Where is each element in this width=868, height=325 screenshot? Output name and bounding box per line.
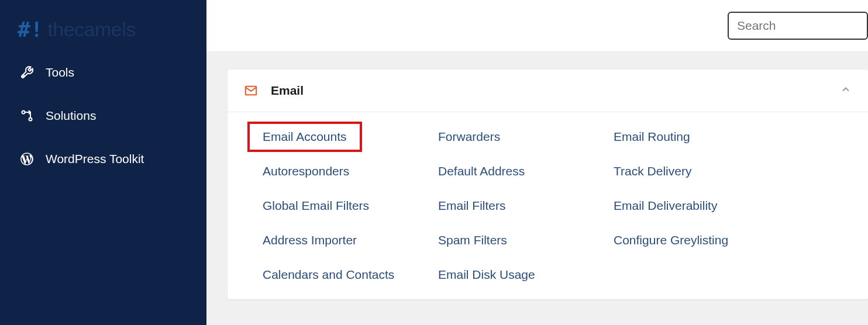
sidebar: #! thecamels Tools Solutions [0,0,206,325]
solutions-icon [19,108,35,124]
sidebar-item-solutions[interactable]: Solutions [0,99,206,132]
top-bar [206,0,868,52]
email-icon [244,84,258,98]
link-email-deliverability[interactable]: Email Deliverability [614,199,717,213]
sidebar-item-label: Tools [46,65,74,79]
wordpress-icon [19,151,35,167]
link-configure-greylisting[interactable]: Configure Greylisting [614,233,728,247]
tools-icon [19,64,35,81]
link-autoresponders[interactable]: Autoresponders [263,164,349,178]
link-email-accounts-highlight: Email Accounts [247,122,362,152]
link-default-address[interactable]: Default Address [438,164,525,178]
link-email-accounts[interactable]: Email Accounts [263,130,347,144]
link-email-routing[interactable]: Email Routing [614,130,690,144]
link-forwarders[interactable]: Forwarders [438,130,500,144]
panel-header[interactable]: Email [228,70,868,112]
link-track-delivery[interactable]: Track Delivery [614,164,691,178]
search-input[interactable] [728,12,868,40]
email-panel: Email Email Accounts Forwarders Email Ro… [228,70,868,299]
link-address-importer[interactable]: Address Importer [263,233,357,247]
sidebar-item-label: Solutions [46,109,96,123]
panel-title: Email [271,84,840,98]
main-area: Email Email Accounts Forwarders Email Ro… [206,0,868,325]
link-calendars-contacts[interactable]: Calendars and Contacts [263,268,394,282]
sidebar-item-label: WordPress Toolkit [46,152,144,166]
link-email-disk-usage[interactable]: Email Disk Usage [438,268,535,282]
content: Email Email Accounts Forwarders Email Ro… [206,52,868,299]
svg-point-2 [22,111,25,114]
svg-line-1 [29,68,32,70]
link-spam-filters[interactable]: Spam Filters [438,233,507,247]
sidebar-item-wordpress-toolkit[interactable]: WordPress Toolkit [0,143,206,175]
svg-point-3 [29,118,32,121]
logo-text: thecamels [47,18,135,41]
logo-mark-icon: #! [18,18,43,42]
link-email-filters[interactable]: Email Filters [438,199,506,213]
sidebar-item-tools[interactable]: Tools [0,56,206,89]
link-global-email-filters[interactable]: Global Email Filters [263,199,369,213]
chevron-up-icon[interactable] [840,84,852,98]
logo[interactable]: #! thecamels [0,11,206,56]
panel-body: Email Accounts Forwarders Email Routing … [228,112,868,299]
